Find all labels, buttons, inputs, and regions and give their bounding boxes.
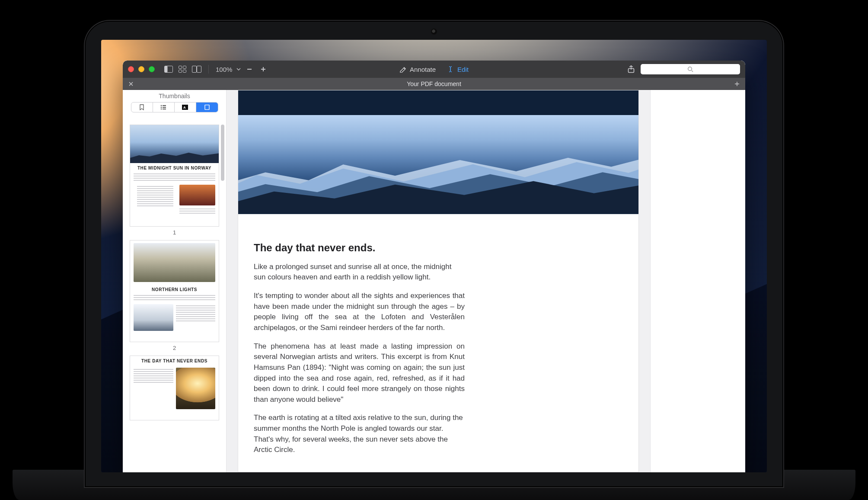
- svg-text:A: A: [183, 106, 186, 109]
- article-paragraph: Like a prolonged sunset and sunrise all …: [254, 262, 465, 283]
- page-icon: [204, 105, 210, 110]
- thumbnails-list[interactable]: THE MIDNIGHT SUN IN NORWAY: [123, 116, 226, 472]
- edit-button[interactable]: Edit: [447, 66, 469, 73]
- page-gutter: [641, 90, 650, 472]
- sidebar-toggle-button[interactable]: [163, 64, 174, 74]
- thumbnail-title: THE MIDNIGHT SUN IN NORWAY: [130, 163, 219, 172]
- svg-rect-21: [205, 105, 209, 110]
- plus-icon: [734, 81, 740, 87]
- thumbnail-page-2[interactable]: NORTHERN LIGHTS: [127, 240, 222, 342]
- document-viewport[interactable]: The day that never ends. Like a prolonge…: [227, 90, 650, 472]
- svg-rect-4: [179, 70, 182, 73]
- text-box-icon: A: [182, 105, 188, 110]
- close-icon: [128, 81, 134, 87]
- svg-rect-6: [192, 66, 197, 73]
- laptop-frame: 100% Annotate: [84, 20, 784, 488]
- svg-point-12: [688, 67, 692, 71]
- thumbnail-image: [134, 304, 173, 331]
- tab-bar: Your PDF document: [123, 78, 745, 90]
- svg-rect-1: [165, 66, 168, 73]
- zoom-in-button[interactable]: [258, 64, 268, 74]
- svg-rect-5: [183, 70, 186, 73]
- document-article: The day that never ends. Like a prolonge…: [238, 214, 480, 472]
- sidebar-tab-bookmarks[interactable]: [131, 103, 153, 112]
- minimize-window-button[interactable]: [138, 66, 144, 72]
- tab-title[interactable]: Your PDF document: [407, 80, 461, 87]
- sidebar: Thumbnails A: [123, 90, 227, 472]
- svg-point-15: [161, 107, 162, 108]
- search-icon: [687, 66, 693, 72]
- toolbar-separator: [208, 65, 209, 74]
- close-window-button[interactable]: [128, 66, 134, 72]
- app-window: 100% Annotate: [123, 61, 745, 472]
- two-page-view-button[interactable]: [191, 64, 202, 74]
- thumbnail-image: [130, 125, 219, 163]
- toolbar: 100% Annotate: [123, 61, 745, 78]
- article-heading: The day that never ends.: [254, 242, 465, 254]
- svg-point-13: [161, 105, 162, 106]
- sidebar-title: Thumbnails: [123, 90, 226, 102]
- tab-close-button[interactable]: [127, 80, 135, 88]
- sidebar-tab-thumbnails[interactable]: [196, 103, 218, 112]
- svg-rect-3: [183, 66, 186, 69]
- share-button[interactable]: [626, 64, 636, 74]
- chevron-down-icon: [236, 67, 241, 71]
- article-paragraph: The phenomena has at least made a lastin…: [254, 341, 465, 405]
- window-controls: [128, 66, 155, 72]
- thumbnail-number: 1: [127, 229, 222, 236]
- content: Thumbnails A: [123, 90, 745, 472]
- svg-rect-16: [163, 107, 166, 108]
- toolbar-center: Annotate Edit: [399, 66, 469, 73]
- thumbnail-page-1[interactable]: THE MIDNIGHT SUN IN NORWAY: [127, 125, 222, 227]
- screen: 100% Annotate: [101, 40, 767, 472]
- bookmark-icon: [139, 104, 144, 110]
- thumbnail-image: [134, 243, 215, 282]
- article-paragraph: It's tempting to wonder about all the si…: [254, 291, 465, 333]
- svg-rect-2: [179, 66, 182, 69]
- document-page[interactable]: The day that never ends. Like a prolonge…: [238, 90, 639, 472]
- thumbnail-title: NORTHERN LIGHTS: [130, 285, 219, 294]
- edit-label: Edit: [457, 66, 469, 73]
- pencil-icon: [399, 66, 406, 73]
- camera-icon: [432, 29, 436, 34]
- fullscreen-window-button[interactable]: [149, 66, 155, 72]
- svg-rect-18: [163, 109, 166, 109]
- article-paragraph: The earth is rotating at a tilted axis r…: [254, 413, 465, 455]
- zoom-out-button[interactable]: [244, 64, 255, 74]
- sidebar-segmented-control: A: [123, 102, 226, 116]
- svg-rect-14: [163, 105, 166, 106]
- svg-rect-10: [263, 67, 264, 71]
- svg-point-17: [161, 109, 162, 110]
- thumbnail-page-3[interactable]: THE DAY THAT NEVER ENDS: [127, 356, 222, 420]
- thumbnail-number: 2: [127, 345, 222, 351]
- document-hero-image: [238, 90, 638, 214]
- share-icon: [628, 65, 635, 73]
- svg-rect-8: [247, 69, 252, 70]
- sidebar-tab-annotations[interactable]: A: [175, 103, 196, 112]
- zoom-control[interactable]: 100%: [216, 64, 268, 74]
- thumbnail-image: [176, 368, 216, 409]
- annotate-button[interactable]: Annotate: [399, 66, 436, 73]
- thumbnail-image: [179, 185, 216, 205]
- search-input[interactable]: [641, 64, 740, 74]
- list-icon: [160, 105, 166, 110]
- inspector-panel: [650, 90, 745, 472]
- text-cursor-icon: [447, 66, 454, 73]
- toolbar-right: [626, 64, 740, 74]
- zoom-label: 100%: [216, 66, 232, 73]
- svg-rect-7: [197, 66, 201, 73]
- new-tab-button[interactable]: [733, 80, 741, 88]
- annotate-label: Annotate: [410, 66, 436, 73]
- sidebar-tab-outline[interactable]: [153, 103, 175, 112]
- page-gutter: [227, 90, 236, 472]
- grid-view-button[interactable]: [177, 64, 188, 74]
- sidebar-scrollbar[interactable]: [221, 125, 224, 181]
- view-modes-group: [163, 64, 211, 74]
- thumbnail-title: THE DAY THAT NEVER ENDS: [130, 356, 219, 365]
